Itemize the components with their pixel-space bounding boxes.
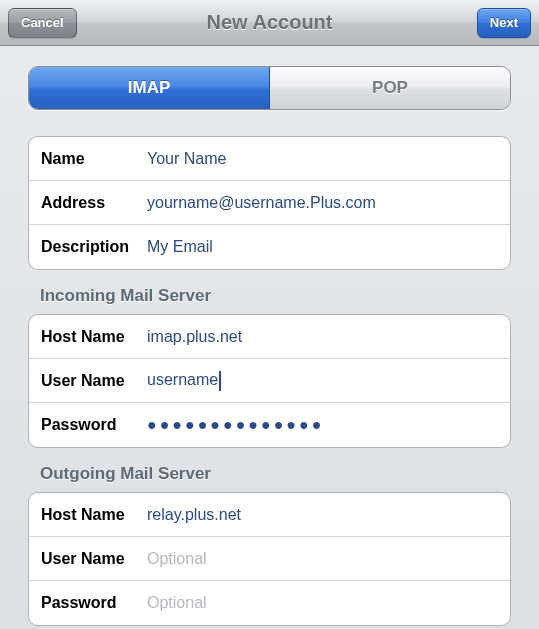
cancel-button-label: Cancel xyxy=(21,15,64,30)
account-info-group: Name Your Name Address yourname@username… xyxy=(28,136,511,270)
address-field[interactable]: yourname@username.Plus.com xyxy=(147,194,498,212)
incoming-host-field[interactable]: imap.plus.net xyxy=(147,328,498,346)
tab-imap-label: IMAP xyxy=(128,78,171,98)
outgoing-user-label: User Name xyxy=(41,550,147,568)
row-incoming-user[interactable]: User Name username xyxy=(29,359,510,403)
tab-pop-label: POP xyxy=(372,78,408,98)
header-bar: Cancel New Account Next xyxy=(0,0,539,46)
page-title: New Account xyxy=(0,11,539,34)
outgoing-host-label: Host Name xyxy=(41,506,147,524)
description-label: Description xyxy=(41,238,147,256)
incoming-user-field[interactable]: username xyxy=(147,371,498,391)
description-field[interactable]: My Email xyxy=(147,238,498,256)
next-button[interactable]: Next xyxy=(477,8,531,38)
row-outgoing-user[interactable]: User Name Optional xyxy=(29,537,510,581)
incoming-user-label: User Name xyxy=(41,372,147,390)
incoming-user-value: username xyxy=(147,371,218,388)
tab-pop[interactable]: POP xyxy=(270,67,510,109)
outgoing-password-field[interactable]: Optional xyxy=(147,594,498,612)
incoming-password-field[interactable]: ●●●●●●●●●●●●●● xyxy=(147,416,324,434)
incoming-password-label: Password xyxy=(41,416,147,434)
incoming-section-title: Incoming Mail Server xyxy=(40,286,511,306)
address-label: Address xyxy=(41,194,147,212)
account-type-segmented: IMAP POP xyxy=(28,66,511,110)
content-area: IMAP POP Name Your Name Address yourname… xyxy=(0,46,539,626)
row-incoming-host[interactable]: Host Name imap.plus.net xyxy=(29,315,510,359)
text-caret xyxy=(219,371,221,391)
row-description[interactable]: Description My Email xyxy=(29,225,510,269)
incoming-host-label: Host Name xyxy=(41,328,147,346)
incoming-group: Host Name imap.plus.net User Name userna… xyxy=(28,314,511,448)
outgoing-group: Host Name relay.plus.net User Name Optio… xyxy=(28,492,511,626)
row-name[interactable]: Name Your Name xyxy=(29,137,510,181)
row-outgoing-password[interactable]: Password Optional xyxy=(29,581,510,625)
outgoing-password-label: Password xyxy=(41,594,147,612)
row-outgoing-host[interactable]: Host Name relay.plus.net xyxy=(29,493,510,537)
outgoing-host-field[interactable]: relay.plus.net xyxy=(147,506,498,524)
name-field[interactable]: Your Name xyxy=(147,150,498,168)
outgoing-section-title: Outgoing Mail Server xyxy=(40,464,511,484)
row-incoming-password[interactable]: Password ●●●●●●●●●●●●●● xyxy=(29,403,510,447)
outgoing-user-field[interactable]: Optional xyxy=(147,550,498,568)
name-label: Name xyxy=(41,150,147,168)
tab-imap[interactable]: IMAP xyxy=(29,67,270,109)
next-button-label: Next xyxy=(490,15,518,30)
cancel-button[interactable]: Cancel xyxy=(8,8,77,38)
row-address[interactable]: Address yourname@username.Plus.com xyxy=(29,181,510,225)
